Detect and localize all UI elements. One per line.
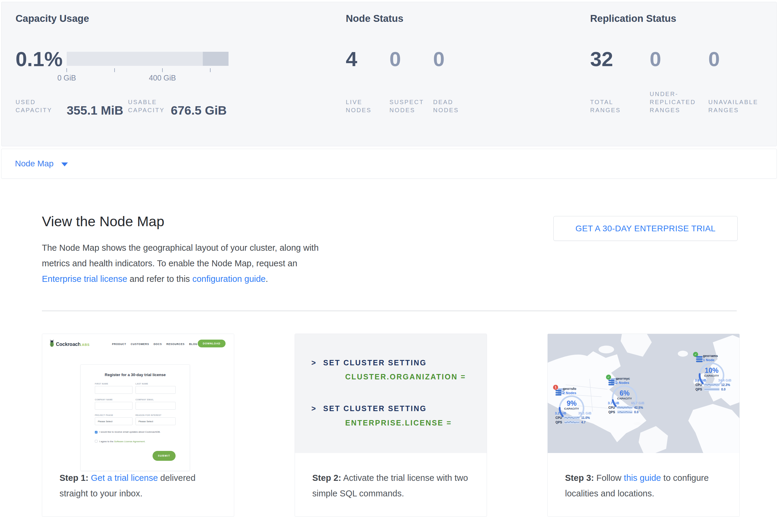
- cluster-locality: geo=sfo: [563, 387, 576, 390]
- mini-reason-label: REASON FOR INTEREST: [136, 414, 161, 416]
- capacity-percent: 9%: [558, 399, 586, 407]
- qps-value: 0.0: [634, 410, 639, 414]
- cpu-value: 42.5%: [634, 406, 643, 409]
- cpu-sparkline: [564, 416, 579, 419]
- total-ranges-label: TOTAL RANGES: [590, 98, 628, 114]
- live-nodes-label: LIVE NODES: [346, 98, 382, 114]
- node-status-title: Node Status: [346, 13, 403, 24]
- mini-trial-form: Register for a 30-day trial license FIRS…: [80, 365, 190, 471]
- description-text: and refer to this: [127, 274, 192, 284]
- capacity-caption: CAPACITY: [558, 407, 586, 410]
- mini-reason-select: Please Select: [136, 417, 175, 425]
- sql-enterprise-license: ENTERPRISE.LICENSE =: [345, 419, 452, 427]
- capacity-axis-tick: [66, 68, 67, 72]
- configuration-guide-link[interactable]: configuration guide: [192, 274, 265, 284]
- capacity-bar-chart: [67, 52, 229, 66]
- sql-prompt: >: [311, 404, 317, 412]
- step3-card: 1 geo=sfo 2 Nodes 9% CAPACITY 3.2 GiB 35…: [547, 333, 740, 517]
- sql-set-cluster-setting-1: SET CLUSTER SETTING: [323, 359, 427, 367]
- capacity-axis-tick: [114, 68, 115, 72]
- mini-project-phase-select: Please Select: [95, 417, 133, 425]
- step2-caption: Step 2: Activate the trial license with …: [312, 470, 474, 501]
- replication-status-title: Replication Status: [590, 13, 676, 24]
- capacity-axis-tick: [162, 68, 163, 72]
- used-capacity-value: 355.1 MiB: [67, 103, 123, 118]
- capacity-max: 65.7 GiB: [631, 401, 644, 405]
- sql-cluster-organization: CLUSTER.ORGANIZATION =: [345, 373, 466, 381]
- caption-text: [88, 473, 91, 483]
- mini-software-license-link: Software License Agreement.: [114, 440, 145, 443]
- capacity-percent: 6%: [611, 389, 638, 397]
- capacity-max: 34.4 GiB: [718, 379, 731, 382]
- qps-label: QPS: [695, 387, 702, 391]
- cpu-label: CPU: [608, 406, 615, 409]
- this-guide-link[interactable]: this guide: [624, 473, 661, 483]
- page-title: View the Node Map: [42, 213, 164, 229]
- capacity-axis-label-0: 0 GiB: [55, 74, 79, 82]
- mini-nav-docs: DOCS: [153, 343, 162, 346]
- dead-nodes-label: DEAD NODES: [433, 98, 469, 114]
- register-form-screenshot: Cockroach LABS PRODUCT CUSTOMERS DOCS RE…: [42, 334, 234, 470]
- caption-text: Follow: [594, 473, 624, 483]
- empty-checkbox-icon: [95, 440, 97, 443]
- mini-nav: PRODUCT CUSTOMERS DOCS RESOURCES BLOG: [112, 343, 198, 346]
- capacity-min: 3.7 GiB: [608, 401, 619, 405]
- cpu-value: 11.0%: [581, 416, 590, 420]
- enterprise-trial-license-link[interactable]: Enterprise trial license: [42, 274, 127, 284]
- suspect-nodes-value: 0: [389, 49, 401, 69]
- sql-code-block: >SET CLUSTER SETTING CLUSTER.ORGANIZATIO…: [295, 334, 487, 453]
- node-map-preview-image: 1 geo=sfo 2 Nodes 9% CAPACITY 3.2 GiB 35…: [548, 334, 740, 453]
- mini-nav-blog: BLOG: [189, 343, 198, 346]
- mini-logo-labs: LABS: [80, 343, 90, 347]
- mini-logo-text: Cockroach: [56, 342, 81, 347]
- mini-submit-button: SUBMIT: [153, 451, 175, 461]
- mini-first-name-label: FIRST NAME: [95, 383, 108, 385]
- get-trial-license-link[interactable]: Get a trial license: [91, 473, 158, 483]
- cpu-value: 12.3%: [721, 383, 730, 387]
- mini-last-name-label: LAST NAME: [136, 383, 148, 385]
- mini-company-email-input: [136, 402, 175, 409]
- under-replicated-ranges-value: 0: [650, 49, 661, 69]
- cpu-label: CPU: [695, 383, 702, 387]
- qps-value: 4.7: [581, 421, 586, 424]
- dead-nodes-value: 0: [433, 49, 445, 69]
- cluster-locality: geo=ams: [703, 354, 718, 358]
- get-enterprise-trial-button[interactable]: GET A 30-DAY ENTERPRISE TRIAL: [553, 216, 737, 241]
- node-map-dropdown[interactable]: Node Map: [15, 159, 54, 168]
- mini-nav-product: PRODUCT: [112, 343, 126, 346]
- under-replicated-ranges-label: UNDER-REPLICATED RANGES: [650, 90, 705, 114]
- cluster-locality: geo=nyc: [616, 377, 630, 380]
- mini-download-button: DOWNLOAD: [198, 339, 226, 348]
- step2-label: Step 2:: [312, 473, 341, 483]
- step1-caption: Step 1: Get a trial license delivered st…: [60, 470, 221, 501]
- mini-first-name-input: [95, 386, 133, 394]
- unavailable-ranges-value: 0: [708, 49, 720, 69]
- checked-checkbox-icon: ✓: [95, 431, 97, 434]
- mini-license-agreement-checkbox-row: I agree to the Software License Agreemen…: [95, 440, 145, 443]
- section-divider: [42, 311, 737, 311]
- cluster-widget-ams: ✓ geo=ams 1 Node 10% CAPACITY 3.6 GiB 34…: [693, 352, 738, 392]
- description-text: The Node Map shows the geographical layo…: [42, 243, 319, 268]
- view-selector-bar: Node Map: [1, 149, 777, 179]
- qps-label: QPS: [555, 421, 562, 424]
- qps-value: 0.0: [721, 387, 726, 391]
- capacity-axis-tick: [210, 68, 211, 72]
- total-ranges-value: 32: [590, 49, 613, 69]
- capacity-min: 3.2 GiB: [555, 411, 566, 415]
- step1-card: Cockroach LABS PRODUCT CUSTOMERS DOCS RE…: [42, 333, 234, 517]
- mini-email-updates-checkbox-row: ✓I would like to receive email updates a…: [95, 431, 161, 434]
- used-capacity-label: USED CAPACITY: [15, 98, 56, 114]
- qps-sparkline: [704, 388, 719, 391]
- unavailable-ranges-label: UNAVAILABLE RANGES: [708, 98, 767, 114]
- usable-capacity-value: 676.5 GiB: [171, 103, 227, 118]
- capacity-used-percent: 0.1%: [15, 49, 63, 69]
- sql-prompt: >: [311, 359, 317, 367]
- cluster-summary-strip: Capacity Usage 0.1% 0 GiB 400 GiB USED C…: [1, 2, 777, 146]
- mini-last-name-input: [136, 386, 175, 394]
- step2-card: >SET CLUSTER SETTING CLUSTER.ORGANIZATIO…: [295, 333, 487, 517]
- live-nodes-value: 4: [346, 49, 357, 69]
- chevron-down-icon[interactable]: [61, 162, 68, 166]
- qps-label: QPS: [608, 410, 615, 414]
- capacity-usage-title: Capacity Usage: [15, 13, 89, 24]
- mini-nav-resources: RESOURCES: [166, 343, 184, 346]
